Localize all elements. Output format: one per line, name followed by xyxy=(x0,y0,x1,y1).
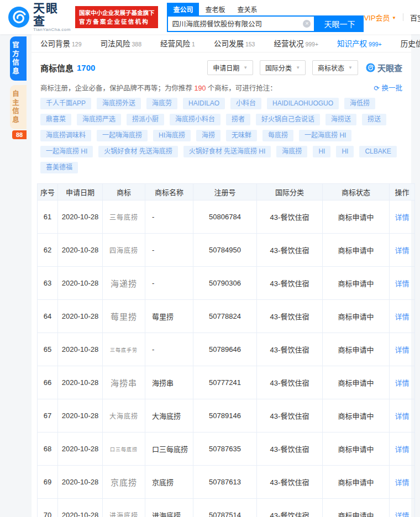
cell-trademark-name: - xyxy=(145,333,193,366)
trademark-suggestion-tag[interactable]: HI海底捞 xyxy=(153,130,191,141)
trademark-suggestion-tag[interactable]: 一起海底捞 HI xyxy=(299,130,351,141)
detail-link[interactable]: 详情 xyxy=(395,213,409,221)
trademark-suggestion-tag[interactable]: HI xyxy=(336,146,354,157)
nav-tab-知识产权[interactable]: 知识产权999+ xyxy=(337,38,382,49)
filter-dropdown-国际分类[interactable]: 国际分类▼ xyxy=(260,60,306,75)
trademark-suggestion-tag[interactable]: 捞送 xyxy=(362,114,386,125)
detail-link[interactable]: 详情 xyxy=(395,412,409,420)
cell-apply-date: 2020-10-28 xyxy=(58,466,103,499)
table-row: 682020-10-28口三每底捞口三每底捞5078763543-餐饮住宿商标申… xyxy=(38,432,415,466)
trademark-suggestion-tag[interactable]: 火锅好食材 先送海底捞 HI xyxy=(183,146,271,157)
cell-intl-class: 43-餐饮住宿 xyxy=(257,300,323,333)
trademark-suggestion-tag[interactable]: 小料台 xyxy=(230,98,261,109)
cell-action: 详情 xyxy=(390,333,415,366)
cell-index: 68 xyxy=(38,432,58,466)
search-tab-查关系[interactable]: 查关系 xyxy=(231,3,263,15)
cell-apply-date: 2020-10-28 xyxy=(58,366,103,399)
cell-apply-date: 2020-10-28 xyxy=(58,234,103,267)
trademark-suggestion-tag[interactable]: 海低捞 xyxy=(344,98,375,109)
nav-tab-公司背景[interactable]: 公司背景129 xyxy=(40,38,82,49)
trademark-image-text: 口三每底捞 xyxy=(110,447,138,452)
nav-tab-司法风险[interactable]: 司法风险388 xyxy=(101,38,142,49)
detail-link[interactable]: 详情 xyxy=(395,313,409,321)
trademark-suggestion-tag[interactable]: 捞者 xyxy=(226,114,250,125)
nav-tab-公司发展[interactable]: 公司发展153 xyxy=(214,38,255,49)
trademark-suggestion-tag[interactable]: 海底劳 xyxy=(146,98,177,109)
table-row: 672020-10-28大海底捞大海底捞5078914643-餐饮住宿商标申请中… xyxy=(38,399,415,432)
filter-group: 申请日期▼国际分类▼商标状态▼ xyxy=(207,60,358,75)
trademark-tag-cloud: 千人千面APP海底捞外送海底劳HAIDILAO小料台HAIDILAOHUOGUO… xyxy=(32,94,411,173)
nav-tab-历史信息[interactable]: 历史信息152 xyxy=(401,38,420,49)
trademark-suggestion-tag[interactable]: 捞派小厨 xyxy=(127,114,164,125)
detail-link[interactable]: 详情 xyxy=(395,379,409,387)
trademark-suggestion-tag[interactable]: 鼎喜菜 xyxy=(40,114,71,125)
top-header: 天眼查 TianYanCha.com 国家中小企业发展子基金旗下 官方备案企业征… xyxy=(0,0,420,34)
nav-tab-经营风险[interactable]: 经营风险1 xyxy=(160,38,195,49)
column-header-商标: 商标 xyxy=(103,184,145,201)
trademark-suggestion-tag[interactable]: 海捞 xyxy=(196,130,221,141)
self-info-count-badge: 88 xyxy=(12,130,27,139)
trademark-suggestion-tag[interactable]: 火锅好食材 先送海底捞 xyxy=(98,146,177,157)
trademark-suggestion-tag[interactable]: 海捞送 xyxy=(326,114,356,125)
trademark-suggestion-tag[interactable]: 海底捞小料台 xyxy=(170,114,221,125)
trademark-suggestion-tag[interactable]: HI xyxy=(313,146,330,157)
trademark-suggestion-tag[interactable]: CLBAKE xyxy=(359,146,396,157)
trademark-suggestion-tag[interactable]: 海底捞 xyxy=(276,146,307,157)
detail-link[interactable]: 详情 xyxy=(395,279,409,288)
detail-link[interactable]: 详情 xyxy=(395,511,409,517)
nav-tab-label: 公司背景 xyxy=(40,40,70,48)
search-tab-查老板[interactable]: 查老板 xyxy=(199,3,231,15)
side-tab-official-info[interactable]: 官方信息 xyxy=(10,36,27,81)
cell-intl-class: 43-餐饮住宿 xyxy=(257,432,323,466)
cell-status: 商标申请中 xyxy=(323,333,390,366)
trademark-suggestion-tag[interactable]: 好火锅自己会说话 xyxy=(256,114,320,125)
cell-index: 63 xyxy=(38,267,58,300)
clear-search-icon[interactable]: × xyxy=(303,20,311,28)
trademark-suggestion-tag[interactable]: 一起嗨海底捞 xyxy=(97,130,148,141)
cell-registration-number: 50777241 xyxy=(193,366,257,399)
detail-link[interactable]: 详情 xyxy=(395,246,409,255)
table-row: 692020-10-28京底捞京底捞5078761343-餐饮住宿商标申请中详情 xyxy=(38,466,415,499)
main-card: 公司背景129司法风险388经营风险1公司发展153经营状况999+知识产权99… xyxy=(32,34,411,517)
cell-apply-date: 2020-10-28 xyxy=(58,333,103,366)
nav-tab-label: 经营风险 xyxy=(160,40,190,48)
filter-label: 国际分类 xyxy=(265,63,292,72)
cell-registration-number: 50806784 xyxy=(193,201,257,234)
treasure-box-link[interactable]: 百宝 xyxy=(410,12,420,23)
filter-label: 申请日期 xyxy=(213,63,239,72)
company-search-input[interactable] xyxy=(168,20,303,28)
nav-tab-经营状况[interactable]: 经营状况999+ xyxy=(274,38,318,49)
detail-link[interactable]: 详情 xyxy=(395,478,409,487)
cell-apply-date: 2020-10-28 xyxy=(58,300,103,333)
detail-link[interactable]: 详情 xyxy=(395,445,409,453)
column-header-申请日期: 申请日期 xyxy=(58,184,103,201)
trademark-suggestion-tag[interactable]: 无味鲜 xyxy=(226,130,257,141)
trademark-image-text: 四海底捞 xyxy=(109,247,138,255)
trademark-suggestion-tag[interactable]: 喜美德福 xyxy=(40,162,78,173)
cell-status: 商标申请中 xyxy=(323,499,390,517)
promo-line: 商标注册，企业必备，保护品牌不再等；为你推荐 190 个商标，可进行抢注： ⟳ … xyxy=(32,78,411,94)
trademark-suggestion-tag[interactable]: 海底捞严选 xyxy=(77,114,121,125)
vip-member-link[interactable]: VIP会员 ▼ xyxy=(364,12,396,23)
refresh-batch-button[interactable]: ⟳ 换一批 xyxy=(374,82,402,93)
trademark-suggestion-tag[interactable]: 海底捞调味料 xyxy=(40,130,91,141)
search-tab-查公司[interactable]: 查公司 xyxy=(167,3,199,15)
table-row: 622020-10-28四海底捞-5078495043-餐饮住宿商标申请中详情 xyxy=(38,234,415,267)
detail-link[interactable]: 详情 xyxy=(395,346,409,354)
filter-dropdown-商标状态[interactable]: 商标状态▼ xyxy=(312,60,358,75)
trademark-image-text: 海递捞 xyxy=(111,279,137,289)
side-tab-self-info[interactable]: 自主信息 xyxy=(10,85,27,129)
cell-status: 商标申请中 xyxy=(323,432,390,466)
tianyancha-logo[interactable]: 天眼查 TianYanCha.com xyxy=(8,2,71,31)
trademark-suggestion-tag[interactable]: 一起海底捞 HI xyxy=(40,146,93,157)
trademark-suggestion-tag[interactable]: 千人千面APP xyxy=(40,98,91,109)
trademark-suggestion-tag[interactable]: 每底捞 xyxy=(262,130,293,141)
trademark-suggestion-tag[interactable]: HAIDILAOHUOGUO xyxy=(267,98,339,109)
filter-dropdown-申请日期[interactable]: 申请日期▼ xyxy=(207,60,253,75)
trademark-suggestion-tag[interactable]: HAIDILAO xyxy=(183,98,225,109)
cell-trademark-image: 莓里捞 xyxy=(103,300,145,333)
tianyancha-eye-icon xyxy=(8,6,30,28)
search-button[interactable]: 天眼一下 xyxy=(315,15,364,32)
cell-trademark-image: 海递捞 xyxy=(103,267,145,300)
trademark-suggestion-tag[interactable]: 海底捞外送 xyxy=(97,98,141,109)
